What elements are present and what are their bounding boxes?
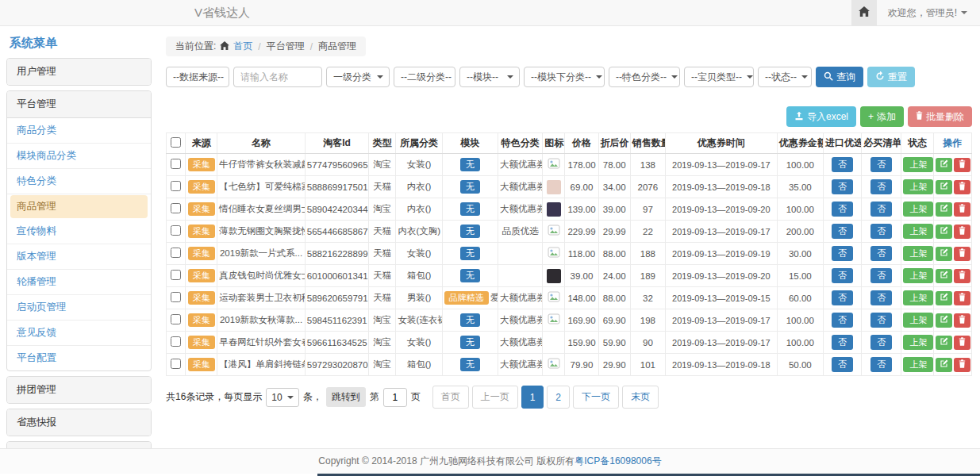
sidebar-item-版本管理[interactable]: 版本管理 (7, 244, 151, 270)
row-checkbox[interactable] (171, 292, 181, 302)
edit-button[interactable] (936, 336, 952, 350)
breadcrumb-item-首页[interactable]: 首页 (233, 40, 252, 53)
select-all-checkbox[interactable] (171, 137, 181, 148)
delete-button[interactable] (954, 358, 970, 372)
sidebar-item-启动页管理[interactable]: 启动页管理 (7, 295, 151, 321)
sidebar-item-轮播管理[interactable]: 轮播管理 (7, 270, 151, 295)
delete-button[interactable] (954, 225, 970, 239)
edit-button[interactable] (936, 358, 952, 372)
delete-button[interactable] (954, 202, 970, 217)
sidebar-group-拼团管理[interactable]: 拼团管理 (7, 377, 151, 403)
row-checkbox[interactable] (171, 248, 181, 258)
row-checkbox[interactable] (171, 336, 181, 347)
import-select-toggle[interactable]: 否 (832, 202, 853, 217)
row-checkbox[interactable] (171, 203, 181, 213)
edit-button[interactable] (936, 313, 952, 328)
sidebar-item-特色分类[interactable]: 特色分类 (7, 169, 151, 194)
must-buy-toggle[interactable]: 否 (870, 179, 892, 194)
must-buy-toggle[interactable]: 否 (870, 290, 892, 305)
sidebar-item-宣传物料[interactable]: 宣传物料 (7, 219, 151, 244)
import-select-toggle[interactable]: 否 (832, 246, 853, 261)
sidebar-group-省惠快报[interactable]: 省惠快报 (7, 409, 151, 436)
filter-select-4[interactable]: --模块-- (459, 67, 520, 87)
sidebar-item-商品分类[interactable]: 商品分类 (7, 118, 151, 144)
page-button-2[interactable]: 2 (547, 386, 570, 409)
edit-button[interactable] (936, 180, 952, 194)
must-buy-toggle[interactable]: 否 (870, 313, 892, 328)
edit-button[interactable] (936, 247, 952, 261)
must-buy-toggle[interactable]: 否 (870, 157, 892, 172)
import-select-toggle[interactable]: 否 (832, 335, 853, 350)
delete-button[interactable] (954, 336, 970, 350)
delete-button[interactable] (954, 269, 970, 283)
page-button-首页[interactable]: 首页 (432, 386, 469, 409)
status-button[interactable]: 上架 (903, 224, 933, 239)
row-checkbox[interactable] (171, 159, 181, 169)
edit-button[interactable] (936, 202, 952, 217)
status-button[interactable]: 上架 (903, 179, 933, 194)
batch-delete-button[interactable]: 批量删除 (908, 106, 972, 127)
jump-page-input[interactable] (383, 388, 407, 407)
page-size-select[interactable]: 10 (266, 388, 298, 407)
filter-select-8[interactable]: --状态-- (758, 67, 812, 87)
import-select-toggle[interactable]: 否 (832, 290, 853, 305)
edit-button[interactable] (936, 158, 952, 172)
import-select-toggle[interactable]: 否 (832, 179, 853, 194)
row-checkbox[interactable] (171, 181, 181, 191)
jump-button[interactable]: 跳转到 (326, 387, 366, 407)
delete-button[interactable] (954, 291, 970, 305)
status-button[interactable]: 上架 (903, 335, 933, 350)
must-buy-toggle[interactable]: 否 (870, 357, 892, 372)
sidebar-item-平台配置[interactable]: 平台配置 (7, 346, 151, 370)
page-button-下一页[interactable]: 下一页 (573, 386, 619, 409)
filter-select-6[interactable]: --特色分类-- (609, 67, 680, 87)
delete-button[interactable] (954, 313, 970, 328)
filter-select-1[interactable]: --数据来源-- (166, 67, 229, 87)
icp-link[interactable]: 粤ICP备16098006号 (575, 455, 661, 468)
sidebar-item-商品管理[interactable]: 商品管理 (10, 195, 148, 218)
import-excel-button[interactable]: 导入excel (786, 106, 856, 127)
import-select-toggle[interactable]: 否 (832, 313, 853, 328)
edit-button[interactable] (936, 269, 952, 283)
reset-button[interactable]: 重置 (867, 67, 915, 87)
status-button[interactable]: 上架 (903, 157, 933, 172)
sidebar-group-消息管理[interactable]: 消息管理 (7, 442, 151, 448)
add-button[interactable]: + 添加 (860, 106, 904, 127)
must-buy-toggle[interactable]: 否 (870, 246, 892, 261)
sidebar-item-意见反馈[interactable]: 意见反馈 (7, 321, 151, 346)
status-button[interactable]: 上架 (903, 357, 933, 372)
delete-button[interactable] (954, 158, 970, 172)
must-buy-toggle[interactable]: 否 (870, 224, 892, 239)
edit-button[interactable] (936, 291, 952, 305)
user-menu[interactable]: 欢迎您，管理员! (888, 6, 967, 20)
status-button[interactable]: 上架 (903, 268, 933, 283)
page-button-末页[interactable]: 末页 (622, 386, 659, 409)
status-button[interactable]: 上架 (903, 202, 933, 217)
row-checkbox[interactable] (171, 314, 181, 324)
import-select-toggle[interactable]: 否 (832, 157, 853, 172)
row-checkbox[interactable] (171, 270, 181, 280)
page-button-1[interactable]: 1 (521, 386, 544, 409)
must-buy-toggle[interactable]: 否 (870, 268, 892, 283)
import-select-toggle[interactable]: 否 (832, 268, 853, 283)
must-buy-toggle[interactable]: 否 (870, 335, 892, 350)
row-checkbox[interactable] (171, 225, 181, 236)
sidebar-group-平台管理[interactable]: 平台管理 (7, 91, 151, 118)
name-search-input[interactable] (233, 67, 322, 87)
filter-select-3[interactable]: --二级分类-- (394, 67, 455, 87)
row-checkbox[interactable] (171, 359, 181, 369)
status-button[interactable]: 上架 (903, 313, 933, 328)
import-select-toggle[interactable]: 否 (832, 357, 853, 372)
filter-select-5[interactable]: --模块下分类-- (524, 67, 605, 87)
sidebar-group-用户管理[interactable]: 用户管理 (7, 59, 151, 85)
sidebar-item-模块商品分类[interactable]: 模块商品分类 (7, 144, 151, 169)
page-button-上一页[interactable]: 上一页 (472, 386, 518, 409)
filter-select-2[interactable]: 一级分类 (326, 67, 390, 87)
search-button[interactable]: 查询 (816, 67, 863, 87)
home-button[interactable] (851, 0, 877, 25)
delete-button[interactable] (954, 180, 970, 194)
import-select-toggle[interactable]: 否 (832, 224, 853, 239)
must-buy-toggle[interactable]: 否 (870, 202, 892, 217)
status-button[interactable]: 上架 (903, 246, 933, 261)
filter-select-7[interactable]: --宝贝类型-- (684, 67, 754, 87)
